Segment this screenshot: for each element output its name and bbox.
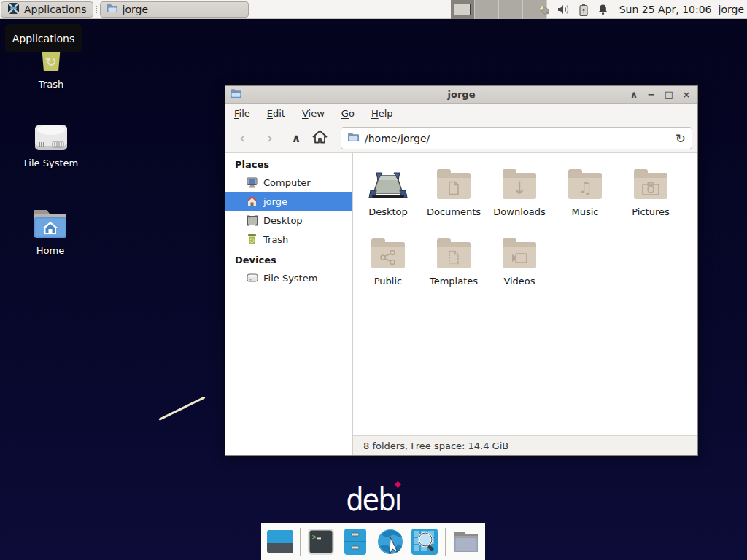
menu-file[interactable]: File — [234, 106, 258, 121]
file-label: Documents — [421, 206, 487, 217]
notification-bell-icon[interactable] — [597, 3, 610, 16]
dock-separator — [445, 528, 446, 556]
sidebar-item-filesystem[interactable]: File System — [225, 268, 352, 287]
file-item-music[interactable]: ♫ Music — [552, 166, 618, 217]
workspace-2[interactable] — [475, 0, 499, 19]
sidebar-item-label: jorge — [263, 196, 287, 207]
file-item-public[interactable]: Public — [355, 235, 421, 287]
file-label: Videos — [487, 276, 552, 287]
sidebar-item-computer[interactable]: Computer — [225, 173, 352, 192]
mouse-cursor-line — [158, 396, 205, 420]
debian-i-diamond: ı — [395, 481, 401, 518]
sidebar-item-label: Computer — [263, 177, 311, 188]
file-label: Desktop — [355, 206, 421, 217]
workspace-window-thumb — [454, 4, 471, 15]
status-text: 8 folders, Free space: 14.4 GiB — [363, 440, 508, 451]
volume-icon[interactable] — [557, 3, 570, 16]
desktop-surface-icon — [246, 214, 258, 227]
xfce-menu-icon — [7, 2, 20, 17]
network-cable-icon[interactable] — [538, 3, 551, 16]
home-button[interactable] — [309, 130, 330, 147]
sidebar-item-label: Desktop — [263, 215, 303, 226]
terminal-icon[interactable]: > — [306, 527, 335, 556]
places-header: Places — [225, 153, 352, 173]
window-controls: ∧ − □ × — [629, 86, 692, 104]
desktop-icon-label: Home — [14, 245, 87, 256]
desktop-icon-filesystem[interactable]: File System — [15, 117, 88, 168]
shade-button[interactable]: ∧ — [629, 86, 639, 104]
folder-window-icon — [107, 3, 118, 15]
menu-view[interactable]: View — [302, 106, 332, 121]
panel-grip — [95, 4, 98, 15]
hard-drive-icon — [15, 117, 88, 153]
titlebar[interactable]: jorge ∧ − □ × — [225, 86, 697, 104]
battery-icon[interactable] — [577, 3, 590, 16]
file-label: Public — [355, 276, 421, 287]
window-title: jorge — [225, 89, 697, 100]
workspace-3[interactable] — [499, 0, 523, 19]
file-label: Templates — [421, 276, 487, 287]
file-item-documents[interactable]: Documents — [421, 166, 487, 217]
taskbar-window-label: jorge — [123, 4, 148, 15]
menu-help[interactable]: Help — [371, 106, 400, 121]
maximize-button[interactable]: □ — [664, 86, 674, 104]
sidebar-item-trash[interactable]: Trash — [225, 230, 352, 249]
file-grid: Desktop Documents ↓ Downloads — [353, 153, 697, 435]
directory-menu-icon[interactable] — [452, 527, 481, 556]
applications-tooltip: Applications — [5, 24, 82, 52]
minimize-button[interactable]: − — [646, 86, 657, 104]
sidebar-item-label: File System — [263, 273, 317, 284]
applications-menu-button[interactable]: Applications — [1, 1, 93, 18]
side-pane: Places Computer — [225, 153, 353, 455]
desktop-screen: Applications jorge — [0, 0, 747, 560]
workspace-1[interactable] — [451, 0, 475, 19]
sidebar-item-desktop[interactable]: Desktop — [225, 211, 352, 230]
videos-folder-icon — [503, 242, 536, 268]
menu-go[interactable]: Go — [341, 106, 362, 121]
window-folder-icon — [230, 88, 242, 101]
window-body: Places Computer — [225, 153, 697, 455]
back-button[interactable]: ‹ — [231, 130, 253, 146]
menubar: File Edit View Go Help — [225, 104, 697, 123]
file-label: Downloads — [487, 206, 552, 217]
web-browser-icon[interactable] — [376, 527, 405, 556]
home-icon — [246, 195, 258, 208]
file-item-desktop[interactable]: Desktop — [355, 166, 421, 217]
path-folder-icon — [347, 131, 360, 145]
status-bar: 8 folders, Free space: 14.4 GiB — [353, 435, 697, 455]
file-item-templates[interactable]: Templates — [421, 235, 487, 287]
workspace-pager[interactable] — [451, 0, 549, 19]
applications-menu-label: Applications — [24, 4, 87, 15]
app-finder-icon[interactable] — [411, 527, 439, 556]
pictures-folder-icon — [634, 173, 667, 199]
file-item-downloads[interactable]: ↓ Downloads — [487, 166, 552, 217]
path-input[interactable]: /home/jorge/ — [365, 133, 676, 144]
path-bar[interactable]: /home/jorge/ ↻ — [341, 127, 692, 149]
svg-text:>: > — [312, 533, 317, 541]
user-menu[interactable]: jorge — [719, 4, 744, 15]
up-button[interactable]: ∧ — [285, 131, 307, 145]
downloads-folder-icon: ↓ — [503, 173, 536, 199]
close-button[interactable]: × — [681, 86, 692, 104]
devices-header: Devices — [225, 249, 352, 268]
file-item-videos[interactable]: Videos — [487, 235, 552, 287]
desktop-folder-icon — [355, 166, 421, 199]
top-panel: Applications jorge — [0, 0, 747, 19]
system-tray: Sun 25 Apr, 10:06 jorge — [538, 0, 744, 19]
menu-edit[interactable]: Edit — [267, 106, 293, 121]
sidebar-item-jorge[interactable]: jorge — [225, 192, 352, 211]
documents-folder-icon — [437, 173, 471, 199]
sidebar-item-label: Trash — [263, 234, 288, 245]
clock[interactable]: Sun 25 Apr, 10:06 — [619, 4, 712, 15]
desktop-icon-home[interactable]: Home — [14, 204, 87, 256]
taskbar-window-button[interactable]: jorge — [100, 1, 249, 18]
dock-separator — [300, 528, 301, 556]
templates-folder-icon — [437, 242, 471, 268]
file-manager-window: jorge ∧ − □ × File Edit View Go Help — [225, 85, 698, 456]
show-desktop-icon[interactable] — [266, 527, 294, 556]
file-item-pictures[interactable]: Pictures — [618, 166, 684, 217]
file-label: Music — [552, 206, 618, 217]
reload-icon[interactable]: ↻ — [676, 131, 686, 146]
forward-button[interactable]: › — [259, 130, 281, 146]
file-manager-icon[interactable] — [341, 527, 370, 556]
